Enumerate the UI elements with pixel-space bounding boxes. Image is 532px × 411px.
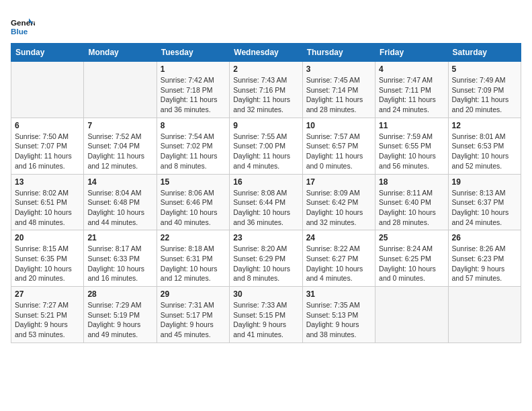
day-info: Sunrise: 8:13 AM Sunset: 6:37 PM Dayligh… — [452, 188, 517, 228]
day-info: Sunrise: 8:02 AM Sunset: 6:51 PM Dayligh… — [15, 188, 80, 228]
day-number: 27 — [15, 289, 80, 299]
day-number: 26 — [452, 233, 517, 242]
day-number: 30 — [233, 289, 298, 299]
day-number: 11 — [379, 121, 444, 130]
calendar-cell — [375, 287, 448, 343]
day-info: Sunrise: 7:31 AM Sunset: 5:17 PM Dayligh… — [161, 300, 226, 340]
day-number: 9 — [233, 121, 298, 130]
day-number: 17 — [306, 177, 371, 187]
calendar-cell: 24Sunrise: 8:22 AM Sunset: 6:27 PM Dayli… — [302, 230, 375, 287]
day-info: Sunrise: 7:42 AM Sunset: 7:18 PM Dayligh… — [161, 75, 226, 115]
week-row-3: 13Sunrise: 8:02 AM Sunset: 6:51 PM Dayli… — [11, 174, 521, 230]
day-number: 6 — [15, 121, 80, 130]
calendar-cell: 5Sunrise: 7:49 AM Sunset: 7:09 PM Daylig… — [448, 62, 521, 118]
day-info: Sunrise: 8:15 AM Sunset: 6:35 PM Dayligh… — [15, 244, 80, 283]
calendar-cell: 27Sunrise: 7:27 AM Sunset: 5:21 PM Dayli… — [11, 287, 84, 343]
day-number: 8 — [161, 121, 226, 130]
calendar-table: SundayMondayTuesdayWednesdayThursdayFrid… — [11, 43, 521, 343]
calendar-cell: 18Sunrise: 8:11 AM Sunset: 6:40 PM Dayli… — [375, 174, 448, 230]
day-info: Sunrise: 7:50 AM Sunset: 7:07 PM Dayligh… — [15, 132, 80, 171]
day-info: Sunrise: 8:06 AM Sunset: 6:46 PM Dayligh… — [161, 188, 226, 228]
day-number: 13 — [15, 177, 80, 187]
calendar-cell: 29Sunrise: 7:31 AM Sunset: 5:17 PM Dayli… — [157, 287, 229, 343]
day-number: 7 — [87, 121, 152, 130]
day-number: 4 — [379, 64, 444, 74]
col-header-monday: Monday — [84, 44, 157, 62]
calendar-cell — [84, 62, 157, 118]
day-info: Sunrise: 8:22 AM Sunset: 6:27 PM Dayligh… — [306, 244, 371, 283]
calendar-cell: 3Sunrise: 7:45 AM Sunset: 7:14 PM Daylig… — [302, 62, 375, 118]
day-number: 22 — [161, 233, 226, 242]
calendar-cell: 31Sunrise: 7:35 AM Sunset: 5:13 PM Dayli… — [302, 287, 375, 343]
calendar-cell: 28Sunrise: 7:29 AM Sunset: 5:19 PM Dayli… — [84, 287, 157, 343]
col-header-saturday: Saturday — [448, 44, 521, 62]
day-info: Sunrise: 8:08 AM Sunset: 6:44 PM Dayligh… — [233, 188, 298, 228]
col-header-tuesday: Tuesday — [157, 44, 229, 62]
calendar-cell: 6Sunrise: 7:50 AM Sunset: 7:07 PM Daylig… — [11, 118, 84, 174]
day-info: Sunrise: 7:59 AM Sunset: 6:55 PM Dayligh… — [379, 132, 444, 171]
logo: General Blue — [11, 13, 38, 38]
calendar-cell: 21Sunrise: 8:17 AM Sunset: 6:33 PM Dayli… — [84, 230, 157, 287]
day-number: 21 — [87, 233, 152, 242]
day-info: Sunrise: 7:54 AM Sunset: 7:02 PM Dayligh… — [161, 132, 226, 171]
svg-text:Blue: Blue — [11, 27, 28, 36]
col-header-sunday: Sunday — [11, 44, 84, 62]
day-number: 28 — [87, 289, 152, 299]
calendar-cell: 16Sunrise: 8:08 AM Sunset: 6:44 PM Dayli… — [230, 174, 302, 230]
day-number: 19 — [452, 177, 517, 187]
calendar-cell: 9Sunrise: 7:55 AM Sunset: 7:00 PM Daylig… — [230, 118, 302, 174]
logo-icon: General Blue — [11, 13, 35, 38]
day-info: Sunrise: 8:18 AM Sunset: 6:31 PM Dayligh… — [161, 244, 226, 283]
day-number: 15 — [161, 177, 226, 187]
day-info: Sunrise: 8:04 AM Sunset: 6:48 PM Dayligh… — [87, 188, 152, 228]
day-number: 24 — [306, 233, 371, 242]
col-header-thursday: Thursday — [302, 44, 375, 62]
calendar-cell: 4Sunrise: 7:47 AM Sunset: 7:11 PM Daylig… — [375, 62, 448, 118]
day-info: Sunrise: 7:47 AM Sunset: 7:11 PM Dayligh… — [379, 75, 444, 115]
day-number: 2 — [233, 64, 298, 74]
day-info: Sunrise: 8:24 AM Sunset: 6:25 PM Dayligh… — [379, 244, 444, 283]
day-info: Sunrise: 7:43 AM Sunset: 7:16 PM Dayligh… — [233, 75, 298, 115]
day-info: Sunrise: 8:09 AM Sunset: 6:42 PM Dayligh… — [306, 188, 371, 228]
week-row-2: 6Sunrise: 7:50 AM Sunset: 7:07 PM Daylig… — [11, 118, 521, 174]
day-number: 12 — [452, 121, 517, 130]
day-number: 3 — [306, 64, 371, 74]
day-info: Sunrise: 7:52 AM Sunset: 7:04 PM Dayligh… — [87, 132, 152, 171]
day-info: Sunrise: 7:29 AM Sunset: 5:19 PM Dayligh… — [87, 300, 152, 340]
day-info: Sunrise: 7:45 AM Sunset: 7:14 PM Dayligh… — [306, 75, 371, 115]
page-header: General Blue — [11, 11, 521, 38]
calendar-cell: 22Sunrise: 8:18 AM Sunset: 6:31 PM Dayli… — [157, 230, 229, 287]
week-row-1: 1Sunrise: 7:42 AM Sunset: 7:18 PM Daylig… — [11, 62, 521, 118]
calendar-cell: 25Sunrise: 8:24 AM Sunset: 6:25 PM Dayli… — [375, 230, 448, 287]
calendar-cell: 15Sunrise: 8:06 AM Sunset: 6:46 PM Dayli… — [157, 174, 229, 230]
col-header-friday: Friday — [375, 44, 448, 62]
calendar-cell: 30Sunrise: 7:33 AM Sunset: 5:15 PM Dayli… — [230, 287, 302, 343]
calendar-cell: 10Sunrise: 7:57 AM Sunset: 6:57 PM Dayli… — [302, 118, 375, 174]
day-info: Sunrise: 7:33 AM Sunset: 5:15 PM Dayligh… — [233, 300, 298, 340]
day-number: 10 — [306, 121, 371, 130]
day-info: Sunrise: 7:35 AM Sunset: 5:13 PM Dayligh… — [306, 300, 371, 340]
calendar-cell: 8Sunrise: 7:54 AM Sunset: 7:02 PM Daylig… — [157, 118, 229, 174]
calendar-cell: 7Sunrise: 7:52 AM Sunset: 7:04 PM Daylig… — [84, 118, 157, 174]
calendar-cell: 14Sunrise: 8:04 AM Sunset: 6:48 PM Dayli… — [84, 174, 157, 230]
day-info: Sunrise: 7:49 AM Sunset: 7:09 PM Dayligh… — [452, 75, 517, 115]
day-info: Sunrise: 8:26 AM Sunset: 6:23 PM Dayligh… — [452, 244, 517, 283]
calendar-cell: 13Sunrise: 8:02 AM Sunset: 6:51 PM Dayli… — [11, 174, 84, 230]
day-info: Sunrise: 8:01 AM Sunset: 6:53 PM Dayligh… — [452, 132, 517, 171]
day-number: 23 — [233, 233, 298, 242]
calendar-cell: 20Sunrise: 8:15 AM Sunset: 6:35 PM Dayli… — [11, 230, 84, 287]
calendar-cell: 11Sunrise: 7:59 AM Sunset: 6:55 PM Dayli… — [375, 118, 448, 174]
calendar-cell: 19Sunrise: 8:13 AM Sunset: 6:37 PM Dayli… — [448, 174, 521, 230]
week-row-4: 20Sunrise: 8:15 AM Sunset: 6:35 PM Dayli… — [11, 230, 521, 287]
calendar-cell: 23Sunrise: 8:20 AM Sunset: 6:29 PM Dayli… — [230, 230, 302, 287]
day-number: 25 — [379, 233, 444, 242]
day-number: 31 — [306, 289, 371, 299]
day-number: 14 — [87, 177, 152, 187]
week-row-5: 27Sunrise: 7:27 AM Sunset: 5:21 PM Dayli… — [11, 287, 521, 343]
calendar-cell: 2Sunrise: 7:43 AM Sunset: 7:16 PM Daylig… — [230, 62, 302, 118]
calendar-cell — [11, 62, 84, 118]
day-info: Sunrise: 8:11 AM Sunset: 6:40 PM Dayligh… — [379, 188, 444, 228]
day-number: 18 — [379, 177, 444, 187]
col-header-wednesday: Wednesday — [230, 44, 302, 62]
day-number: 29 — [161, 289, 226, 299]
